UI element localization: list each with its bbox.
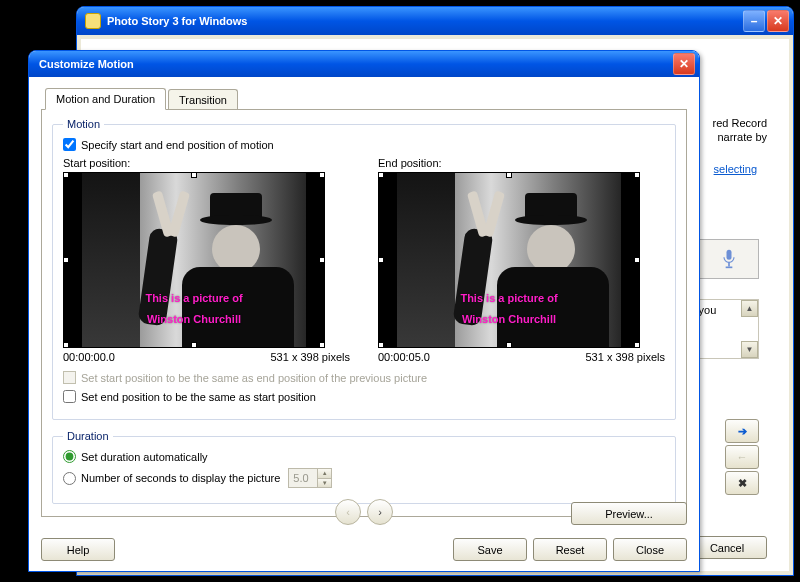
end-position-label: End position: bbox=[378, 157, 665, 169]
tab-panel-motion: Motion Specify start and end position of… bbox=[41, 109, 687, 517]
preview-button[interactable]: Preview... bbox=[571, 502, 687, 525]
end-photo: This is a picture ofWinston Churchill bbox=[397, 173, 621, 347]
spinner-down-icon: ▼ bbox=[317, 479, 331, 488]
nav-next-button[interactable]: › bbox=[367, 499, 393, 525]
bg-x-button[interactable]: ✖ bbox=[725, 471, 759, 495]
set-start-same-prev-row: Set start position to be the same as end… bbox=[63, 371, 665, 384]
scroll-up-icon[interactable]: ▲ bbox=[741, 300, 758, 317]
close-button[interactable]: Close bbox=[613, 538, 687, 561]
scroll-down-icon[interactable]: ▼ bbox=[741, 341, 758, 358]
chevron-right-icon: › bbox=[378, 506, 382, 518]
duration-auto-row[interactable]: Set duration automatically bbox=[63, 450, 665, 463]
microphone-panel bbox=[699, 239, 759, 279]
tab-strip: Motion and Duration Transition bbox=[45, 87, 687, 109]
duration-auto-label: Set duration automatically bbox=[81, 451, 208, 463]
end-position-thumb[interactable]: This is a picture ofWinston Churchill bbox=[378, 172, 640, 348]
parent-close-button[interactable]: ✕ bbox=[767, 10, 789, 32]
start-time: 00:00:00.0 bbox=[63, 351, 115, 363]
start-dims: 531 x 398 pixels bbox=[271, 351, 351, 363]
svg-rect-0 bbox=[727, 250, 732, 260]
start-photo: This is a picture ofWinston Churchill bbox=[82, 173, 306, 347]
parent-titlebar: Photo Story 3 for Windows – ✕ bbox=[77, 7, 793, 35]
help-button[interactable]: Help bbox=[41, 538, 115, 561]
tab-motion-duration[interactable]: Motion and Duration bbox=[45, 88, 166, 110]
customize-motion-dialog: Customize Motion ✕ Motion and Duration T… bbox=[28, 50, 700, 572]
duration-seconds-spinner: 5.0 ▲▼ bbox=[288, 468, 332, 488]
chevron-left-icon: ‹ bbox=[346, 506, 350, 518]
start-overlay-text: This is a picture ofWinston Churchill bbox=[90, 285, 298, 327]
parent-title: Photo Story 3 for Windows bbox=[107, 15, 247, 27]
motion-fieldset: Motion Specify start and end position of… bbox=[52, 118, 676, 420]
tab-transition[interactable]: Transition bbox=[168, 89, 238, 110]
bg-link-selecting[interactable]: selecting bbox=[714, 163, 757, 175]
specify-motion-label: Specify start and end position of motion bbox=[81, 139, 274, 151]
arrow-right-icon: ➔ bbox=[738, 425, 747, 438]
start-position-column: Start position: This is a picture ofWins… bbox=[63, 157, 350, 363]
dialog-title: Customize Motion bbox=[39, 58, 134, 70]
svg-rect-1 bbox=[728, 262, 730, 266]
spinner-up-icon: ▲ bbox=[317, 469, 331, 479]
bg-text-record: red Record bbox=[713, 117, 767, 129]
start-position-thumb[interactable]: This is a picture ofWinston Churchill bbox=[63, 172, 325, 348]
nav-prev-button: ‹ bbox=[335, 499, 361, 525]
duration-seconds-row[interactable]: Number of seconds to display the picture… bbox=[63, 468, 665, 488]
start-position-label: Start position: bbox=[63, 157, 350, 169]
end-overlay-text: This is a picture ofWinston Churchill bbox=[405, 285, 613, 327]
svg-rect-2 bbox=[726, 267, 733, 269]
app-icon bbox=[85, 13, 101, 29]
bg-back-arrow-button: ← bbox=[725, 445, 759, 469]
dialog-close-x-button[interactable]: ✕ bbox=[673, 53, 695, 75]
motion-legend: Motion bbox=[63, 118, 104, 130]
dialog-titlebar: Customize Motion ✕ bbox=[29, 51, 699, 77]
set-start-same-prev-label: Set start position to be the same as end… bbox=[81, 372, 427, 384]
bg-next-arrow-button[interactable]: ➔ bbox=[725, 419, 759, 443]
reset-button[interactable]: Reset bbox=[533, 538, 607, 561]
set-start-same-prev-checkbox bbox=[63, 371, 76, 384]
specify-motion-checkbox[interactable] bbox=[63, 138, 76, 151]
end-position-column: End position: This is a picture ofWinsto… bbox=[378, 157, 665, 363]
duration-auto-radio[interactable] bbox=[63, 450, 76, 463]
set-end-same-start-label: Set end position to be the same as start… bbox=[81, 391, 316, 403]
minimize-button[interactable]: – bbox=[743, 10, 765, 32]
duration-legend: Duration bbox=[63, 430, 113, 442]
bg-text-narrate: narrate by bbox=[717, 131, 767, 143]
end-dims: 531 x 398 pixels bbox=[586, 351, 666, 363]
set-end-same-start-row[interactable]: Set end position to be the same as start… bbox=[63, 390, 665, 403]
microphone-icon bbox=[721, 249, 737, 269]
duration-seconds-value: 5.0 bbox=[293, 472, 308, 484]
duration-fieldset: Duration Set duration automatically Numb… bbox=[52, 430, 676, 504]
save-button[interactable]: Save bbox=[453, 538, 527, 561]
specify-motion-row[interactable]: Specify start and end position of motion bbox=[63, 138, 665, 151]
set-end-same-start-checkbox[interactable] bbox=[63, 390, 76, 403]
end-time: 00:00:05.0 bbox=[378, 351, 430, 363]
duration-seconds-radio[interactable] bbox=[63, 472, 76, 485]
duration-seconds-label: Number of seconds to display the picture bbox=[81, 472, 280, 484]
close-icon: ✖ bbox=[738, 477, 747, 490]
